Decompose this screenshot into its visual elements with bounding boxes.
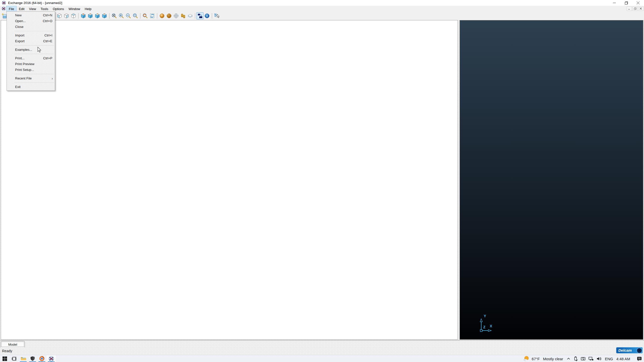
zoom-extents-icon xyxy=(111,13,117,19)
menu-separator xyxy=(7,53,55,55)
volume-icon xyxy=(596,356,602,361)
task-view-button[interactable] xyxy=(9,355,19,362)
taskbar-browser-button[interactable] xyxy=(37,355,47,362)
menu-window-label: Window xyxy=(68,7,80,11)
menu-item-label: Import xyxy=(15,33,42,37)
tray-language[interactable]: ENG xyxy=(604,357,614,361)
cast-icon xyxy=(581,356,586,361)
drafting-canvas[interactable] xyxy=(1,20,458,340)
mdi-close-button[interactable] xyxy=(638,7,643,11)
status-bar: Ready Delcam xyxy=(0,347,644,355)
file-menu-item-export[interactable]: Export Ctrl+E xyxy=(7,38,55,44)
arrange-windows-icon xyxy=(197,13,203,19)
layers-button[interactable] xyxy=(187,12,194,19)
model-3d-viewport[interactable]: Y X Z xyxy=(460,20,643,340)
chevron-up-icon xyxy=(567,357,571,361)
mouse-cursor xyxy=(37,47,42,53)
iso-view-3-button[interactable] xyxy=(94,12,101,19)
iso-view-2-button[interactable] xyxy=(87,12,94,19)
menu-help[interactable]: Help xyxy=(83,6,94,12)
file-menu-item-close[interactable]: Close xyxy=(7,24,55,30)
file-menu-item-exit[interactable]: Exit xyxy=(7,84,55,90)
mdi-restore-button[interactable] xyxy=(632,7,638,11)
taskbar-explorer-button[interactable] xyxy=(19,355,28,362)
iso-view-1-button[interactable] xyxy=(80,12,87,19)
menu-file[interactable]: File xyxy=(6,6,17,12)
mdi-minimize-button[interactable] xyxy=(627,7,632,11)
file-menu-dropdown: New Ctrl+N Open... Ctrl+O Close Import C… xyxy=(7,11,55,91)
iso-view-2-icon xyxy=(88,13,93,19)
file-menu-item-examples[interactable]: Examples... xyxy=(7,47,55,53)
view-previous-icon xyxy=(142,13,148,19)
file-menu-item-recent-file[interactable]: Recent File › xyxy=(7,75,55,81)
tray-usb-button[interactable] xyxy=(573,355,578,362)
file-menu-item-print-preview[interactable]: Print Preview xyxy=(7,61,55,67)
taskbar-security-button[interactable] xyxy=(28,355,37,362)
menu-view[interactable]: View xyxy=(27,6,38,12)
task-view-icon xyxy=(11,356,17,361)
shaded-mesh-view-icon xyxy=(166,13,172,19)
file-menu-item-print-setup[interactable]: Print Setup... xyxy=(7,67,55,73)
explorer-icon xyxy=(20,356,26,361)
axis-x-label: X xyxy=(490,324,492,328)
zoom-window-button[interactable] xyxy=(132,12,139,19)
file-menu-item-import[interactable]: Import Ctrl+I xyxy=(7,32,55,38)
menu-item-label: Open... xyxy=(15,19,40,23)
menu-window[interactable]: Window xyxy=(66,6,82,12)
file-menu-item-new[interactable]: New Ctrl+N xyxy=(7,12,55,18)
view-cube-front-button[interactable] xyxy=(63,12,70,19)
restore-button[interactable] xyxy=(620,0,632,6)
file-menu-item-open[interactable]: Open... Ctrl+O xyxy=(7,18,55,24)
mdi-close-icon xyxy=(640,8,642,10)
view-cube-front-icon xyxy=(64,13,69,19)
zoom-out-button[interactable] xyxy=(125,12,132,19)
materials-button[interactable] xyxy=(180,12,187,19)
shaded-view-icon xyxy=(159,13,165,19)
iso-view-4-button[interactable] xyxy=(101,12,108,19)
menu-item-label: Export xyxy=(15,39,40,43)
action-center-button[interactable] xyxy=(636,355,642,362)
shaded-view-button[interactable] xyxy=(158,12,166,19)
close-button[interactable] xyxy=(632,0,644,6)
tab-model[interactable]: Model xyxy=(1,341,25,348)
refresh-view-button[interactable] xyxy=(149,12,156,19)
app-icon xyxy=(2,1,6,5)
minimize-icon xyxy=(613,2,616,4)
menu-help-label: Help xyxy=(85,7,92,11)
close-icon xyxy=(637,2,639,4)
view-previous-button[interactable] xyxy=(142,12,149,19)
tray-network-button[interactable] xyxy=(588,355,594,362)
arrange-windows-button[interactable] xyxy=(196,12,204,19)
zoom-in-button[interactable] xyxy=(118,12,125,19)
wireframe-globe-button[interactable] xyxy=(173,12,180,19)
start-button[interactable] xyxy=(0,355,9,362)
svg-text:i: i xyxy=(207,14,208,18)
zoom-extents-button[interactable] xyxy=(111,12,118,19)
tray-cast-button[interactable] xyxy=(580,355,586,362)
menu-file-label: File xyxy=(9,7,14,11)
tray-expand-button[interactable] xyxy=(566,355,571,362)
menu-edit[interactable]: Edit xyxy=(17,6,27,12)
tray-clock[interactable]: 4:48 AM xyxy=(616,357,631,361)
mdi-minimize-icon xyxy=(628,8,630,10)
menu-options-label: Options xyxy=(53,7,64,11)
menu-tools[interactable]: Tools xyxy=(38,6,50,12)
shaded-mesh-view-button[interactable] xyxy=(166,12,173,19)
info-button[interactable]: i xyxy=(204,12,211,19)
taskbar-exchange-button[interactable] xyxy=(47,355,56,362)
menu-item-label: New xyxy=(15,13,40,17)
layers-icon xyxy=(187,13,193,19)
menu-options[interactable]: Options xyxy=(51,6,66,12)
weather-tray-item[interactable]: 67°F Mostly clear xyxy=(523,355,565,362)
tray-volume-button[interactable] xyxy=(596,355,602,362)
file-menu-item-print[interactable]: Print... Ctrl+P xyxy=(7,55,55,61)
menu-edit-label: Edit xyxy=(19,7,24,11)
select-pointer-button[interactable] xyxy=(213,12,220,19)
mdi-restore-icon xyxy=(634,8,636,10)
view-cube-top-button[interactable] xyxy=(70,12,77,19)
menu-item-shortcut: Ctrl+E xyxy=(43,39,52,43)
weather-icon xyxy=(523,356,529,362)
minimize-button[interactable] xyxy=(609,0,620,6)
view-cube-bottom-button[interactable] xyxy=(56,12,63,19)
menu-separator xyxy=(7,73,55,75)
